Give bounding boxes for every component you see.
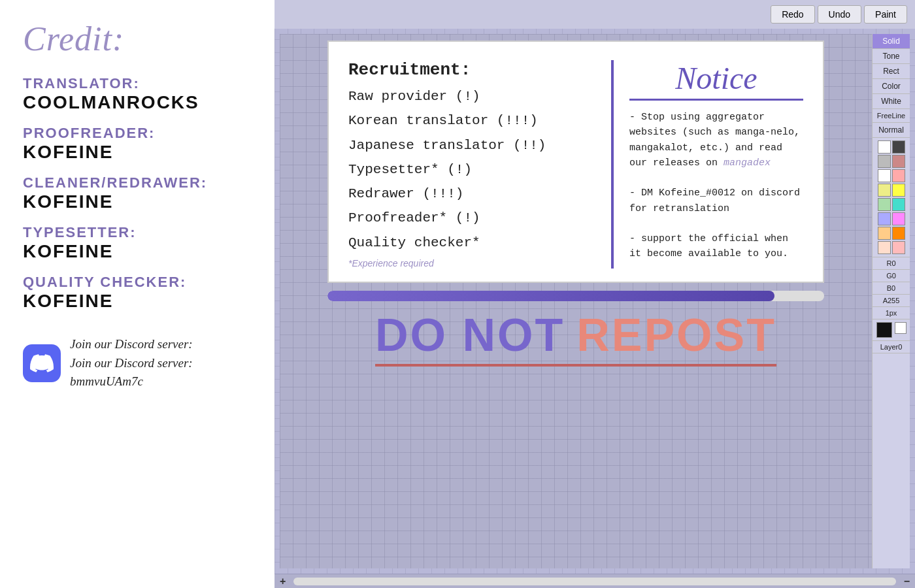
- swatch-orange[interactable]: [892, 227, 905, 240]
- bw-selector: [873, 319, 910, 341]
- swatch-brightyellow[interactable]: [892, 184, 905, 197]
- toolbar: Redo Undo Paint: [274, 0, 915, 29]
- swatch-gray[interactable]: [878, 155, 891, 168]
- progress-bar-fill: [327, 291, 774, 301]
- swatch-black[interactable]: [876, 322, 892, 338]
- recruitment-item-5: Proofreader* (!): [348, 209, 598, 227]
- typesetter-label: Typesetter:: [23, 224, 252, 241]
- tool-white[interactable]: White: [873, 94, 910, 109]
- notice-line-3: - support the official when it become av…: [629, 233, 788, 259]
- swatch-magenta[interactable]: [892, 212, 905, 225]
- swatch-white2[interactable]: [878, 169, 891, 182]
- do-not-repost-wrapper: DO NOT REPOST: [375, 309, 776, 367]
- tools-sidebar: Solid Tone Rect Color White FreeLine Nor…: [872, 34, 910, 568]
- layer-label: Layer0: [873, 341, 910, 353]
- left-panel: Credit: Translator: Coolmanrocks Proofre…: [0, 0, 274, 588]
- typesetter-name: Kofeine: [23, 241, 252, 262]
- typesetter-role: Typesetter: Kofeine: [23, 224, 252, 269]
- notice-title: Notice: [629, 60, 803, 101]
- px-label: 1px: [873, 307, 910, 319]
- tool-freeline[interactable]: FreeLine: [873, 109, 910, 123]
- translator-label: Translator:: [23, 75, 252, 92]
- horizontal-scrollbar[interactable]: [293, 578, 895, 585]
- proofreader-label: Proofreader:: [23, 125, 252, 142]
- notice-line-0: - Stop using aggregator websites (such a…: [629, 112, 800, 169]
- notice-mangadex: mangadex: [724, 157, 771, 169]
- tool-color[interactable]: Color: [873, 79, 910, 94]
- cleaner-label: Cleaner/Redrawer:: [23, 174, 252, 191]
- quality-checker-label: Quality Checker:: [23, 274, 252, 291]
- scroll-plus-button[interactable]: +: [280, 576, 286, 587]
- swatch-orange-light[interactable]: [878, 227, 891, 240]
- recruitment-item-3: Typesetter* (!): [348, 161, 598, 178]
- color-swatches: [873, 138, 910, 257]
- quality-checker-role: Quality Checker: Kofeine: [23, 274, 252, 318]
- tool-normal[interactable]: Normal: [873, 123, 910, 138]
- swatch-green[interactable]: [878, 198, 891, 211]
- swatch-pink[interactable]: [892, 155, 905, 168]
- swatch-lightpink[interactable]: [892, 169, 905, 182]
- swatch-peach[interactable]: [878, 241, 891, 254]
- b-label: B0: [873, 282, 910, 295]
- canvas-area: Recruitment: Raw provider (!) Korean tra…: [274, 29, 915, 574]
- bottom-bar: + −: [274, 574, 915, 588]
- translator-role: Translator: Coolmanrocks: [23, 75, 252, 120]
- swatch-teal[interactable]: [892, 198, 905, 211]
- swatch-white3[interactable]: [895, 322, 907, 334]
- paint-button[interactable]: Paint: [864, 5, 907, 24]
- underline-bar: [375, 364, 776, 367]
- scroll-minus-button[interactable]: −: [904, 576, 910, 587]
- r-label: R0: [873, 257, 910, 270]
- recruitment-item-2: Japanese translator (!!): [348, 137, 598, 154]
- swatch-yellow[interactable]: [878, 184, 891, 197]
- proofreader-role: Proofreader: Kofeine: [23, 125, 252, 169]
- cleaner-name: Kofeine: [23, 191, 252, 212]
- tool-tone[interactable]: Tone: [873, 49, 910, 64]
- recruitment-item-1: Korean translator (!!!): [348, 112, 598, 129]
- recruitment-item-6: Quality checker*: [348, 234, 598, 252]
- experience-note: *Experience required: [348, 258, 598, 269]
- undo-button[interactable]: Undo: [818, 5, 861, 24]
- swatch-salmon[interactable]: [892, 241, 905, 254]
- cleaner-role: Cleaner/Redrawer: Kofeine: [23, 174, 252, 219]
- discord-text: Join our Discord server:Join our Discord…: [70, 335, 252, 391]
- right-area: Redo Undo Paint Recruitment: Raw provide…: [274, 0, 915, 588]
- progress-bar-container: [327, 291, 824, 301]
- notice-text: - Stop using aggregator websites (such a…: [629, 110, 803, 262]
- g-label: G0: [873, 270, 910, 282]
- translator-name: Coolmanrocks: [23, 92, 252, 113]
- swatch-dark[interactable]: [892, 140, 905, 154]
- discord-logo: [30, 351, 54, 375]
- swatch-white[interactable]: [878, 140, 891, 154]
- recruitment-item-4: Redrawer (!!!): [348, 185, 598, 203]
- redo-button[interactable]: Redo: [771, 5, 814, 24]
- do-not-repost: DO NOT REPOST: [375, 309, 776, 361]
- discord-icon[interactable]: [23, 344, 61, 382]
- proofreader-name: Kofeine: [23, 142, 252, 163]
- tool-solid[interactable]: Solid: [873, 34, 910, 49]
- a-label: A255: [873, 295, 910, 307]
- swatch-blue[interactable]: [878, 212, 891, 225]
- canvas-content: Recruitment: Raw provider (!) Korean tra…: [280, 34, 872, 568]
- recruitment-title: Recruitment:: [348, 60, 598, 80]
- recruitment-item-0: Raw provider (!): [348, 88, 598, 105]
- credit-title: Credit:: [23, 20, 252, 58]
- repost-text: REPOST: [576, 309, 776, 361]
- quality-checker-name: Kofeine: [23, 291, 252, 312]
- notice-line-2: - DM Kofeine_#0012 on discord for retran…: [629, 188, 800, 214]
- do-not-text: DO NOT: [375, 309, 565, 361]
- tool-rect[interactable]: Rect: [873, 64, 910, 79]
- recruitment-column: Recruitment: Raw provider (!) Korean tra…: [348, 60, 614, 269]
- notice-column: Notice - Stop using aggregator websites …: [614, 60, 803, 269]
- content-box: Recruitment: Raw provider (!) Korean tra…: [327, 41, 824, 283]
- discord-section[interactable]: Join our Discord server:Join our Discord…: [23, 335, 252, 391]
